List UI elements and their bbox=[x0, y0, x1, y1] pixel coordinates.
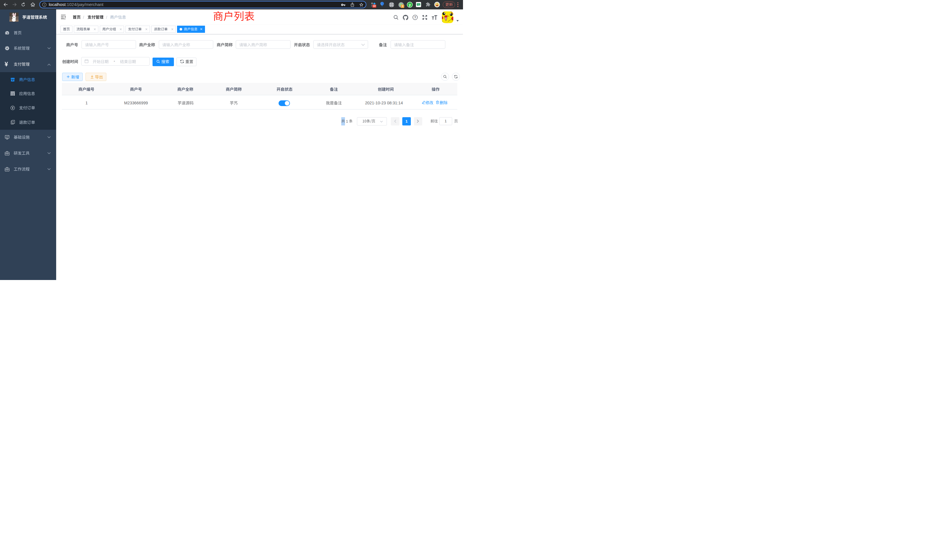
svg-text:?: ? bbox=[414, 16, 416, 19]
svg-text:y: y bbox=[409, 3, 411, 7]
